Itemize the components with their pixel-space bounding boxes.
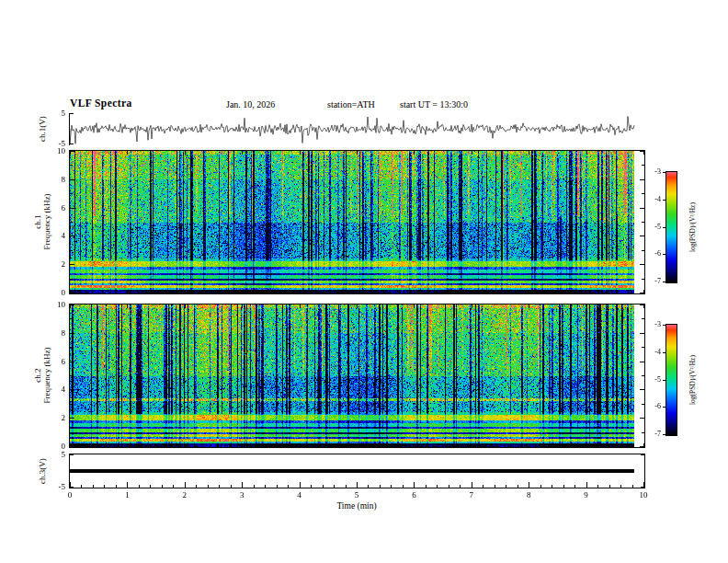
tick-label: 10 (46, 146, 65, 155)
tick-mark (563, 485, 564, 488)
tick-mark (640, 208, 644, 209)
tick-mark (472, 290, 472, 293)
tick-label: 4 (46, 231, 65, 240)
tick-mark (403, 485, 404, 488)
tick-mark (242, 482, 243, 488)
tick-mark (357, 151, 358, 155)
tick-label: 6 (404, 490, 423, 500)
tick-mark (586, 290, 587, 293)
tick-label: 8 (46, 328, 65, 338)
tick-mark (127, 304, 128, 308)
tick-mark (70, 333, 74, 334)
tick-mark (357, 482, 358, 488)
tick-mark (300, 151, 301, 155)
tick-mark (311, 485, 312, 488)
header-start-ut: start UT = 13:30:0 (400, 99, 468, 109)
ch1-waveform-canvas (70, 113, 644, 144)
tick-mark (483, 485, 483, 488)
tick-mark (70, 454, 74, 455)
tick-mark (540, 485, 541, 488)
tick-mark (70, 318, 73, 319)
tick-mark (185, 482, 186, 488)
tick-mark (552, 485, 552, 488)
tick-label: 2 (46, 259, 65, 269)
tick-mark (663, 282, 665, 282)
ch2-label-line2: Frequency (kHz) (42, 347, 51, 403)
tick-mark (116, 485, 117, 488)
page-title: VLF Spectra (70, 98, 132, 109)
tick-mark (231, 485, 232, 488)
tick-mark (70, 193, 73, 194)
tick-mark (642, 165, 644, 166)
tick-mark (472, 151, 472, 155)
tick-mark (300, 482, 301, 488)
tick-mark (70, 250, 73, 251)
tick-mark (70, 290, 71, 293)
tick-label: 6 (46, 203, 65, 213)
tick-mark (93, 485, 94, 488)
tick-mark (663, 352, 665, 353)
tick-mark (185, 443, 186, 447)
tick-mark (632, 485, 633, 488)
tick-mark (265, 485, 266, 488)
tick-label: -5 (643, 223, 661, 232)
tick-mark (104, 485, 105, 488)
tick-label: 2 (46, 413, 65, 422)
tick-mark (529, 290, 529, 293)
tick-mark (162, 485, 163, 488)
tick-mark (642, 193, 644, 194)
tick-mark (70, 279, 73, 280)
tick-mark (643, 443, 644, 447)
tick-mark (70, 151, 71, 155)
tick-mark (300, 443, 301, 447)
tick-mark (334, 485, 335, 488)
ch1-label-line2: Frequency (kHz) (42, 193, 51, 249)
tick-mark (437, 485, 438, 488)
tick-mark (414, 482, 415, 488)
tick-mark (663, 380, 665, 381)
tick-mark (70, 113, 74, 114)
tick-mark (380, 485, 381, 488)
colorbar-ch1 (665, 171, 677, 283)
tick-mark (70, 404, 73, 405)
tick-mark (70, 222, 73, 223)
tick-mark (242, 443, 243, 447)
tick-mark (150, 485, 151, 488)
tick-mark (449, 485, 449, 488)
tick-mark (185, 290, 186, 293)
tick-mark (640, 418, 644, 419)
tick-mark (300, 304, 301, 308)
tick-label: 1 (118, 490, 136, 500)
colorbar-ch1-label: log(PSD)/(V²/Hz) (688, 202, 697, 252)
tick-mark (127, 290, 128, 293)
tick-mark (640, 389, 644, 390)
tick-mark (414, 290, 415, 293)
tick-mark (70, 375, 73, 376)
tick-mark (185, 151, 186, 155)
ch2-spectrogram-canvas (70, 304, 644, 447)
tick-mark (641, 487, 644, 488)
tick-mark (70, 304, 71, 308)
tick-mark (414, 304, 415, 308)
tick-mark (70, 432, 73, 433)
tick-label: 0 (46, 288, 65, 297)
tick-mark (414, 151, 415, 155)
tick-mark (640, 264, 644, 265)
tick-mark (242, 304, 243, 308)
tick-mark (242, 290, 243, 293)
tick-mark (640, 236, 644, 236)
tick-label: -7 (643, 430, 661, 439)
colorbar-ch2 (665, 324, 677, 436)
tick-mark (529, 482, 529, 488)
tick-mark (472, 482, 472, 488)
tick-mark (70, 443, 71, 447)
tick-mark (139, 485, 140, 488)
header-station: station=ATH (327, 99, 375, 109)
tick-label: -7 (643, 277, 661, 286)
tick-mark (529, 443, 529, 447)
tick-mark (346, 485, 347, 488)
tick-label: 3 (233, 490, 251, 500)
ch1-spectrogram-panel (69, 150, 645, 294)
tick-mark (70, 264, 74, 265)
tick-mark (640, 179, 644, 180)
